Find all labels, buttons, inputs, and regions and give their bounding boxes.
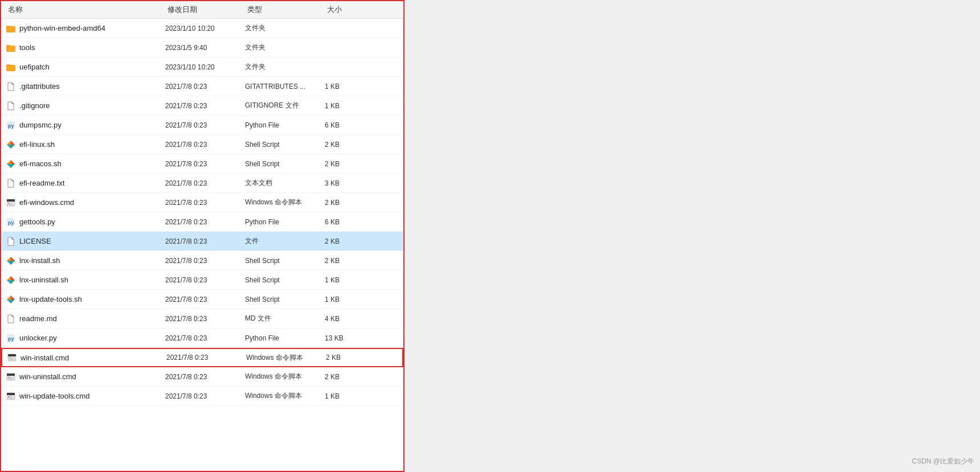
file-row-gitattributes[interactable]: .gitattributes2021/7/8 0:23GITATTRIBUTES… xyxy=(1,77,403,96)
file-type-python-win-embed: 文件夹 xyxy=(245,23,325,33)
file-icon xyxy=(6,314,16,324)
file-size-efi-macos: 2 KB xyxy=(325,160,359,168)
file-label-gettools: gettools.py xyxy=(19,217,55,226)
file-icon xyxy=(6,178,16,188)
file-name-lnx-install: lnx-install.sh xyxy=(6,256,165,266)
file-row-efi-linux[interactable]: efi-linux.sh2021/7/8 0:23Shell Script2 K… xyxy=(1,135,403,154)
file-type-gettools: Python File xyxy=(245,218,325,226)
cmd-icon: >_ xyxy=(7,352,17,363)
file-size-gitattributes: 1 KB xyxy=(325,83,359,91)
cmd-icon: >_ xyxy=(6,198,16,208)
file-label-lnx-install: lnx-install.sh xyxy=(19,256,60,265)
file-date-python-win-embed: 2023/1/10 10:20 xyxy=(165,24,245,32)
file-row-lnx-install[interactable]: lnx-install.sh2021/7/8 0:23Shell Script2… xyxy=(1,251,403,270)
file-type-lnx-update-tools: Shell Script xyxy=(245,295,325,303)
file-name-readme: readme.md xyxy=(6,314,165,324)
cmd-icon: >_ xyxy=(6,391,16,401)
file-date-tools: 2023/1/5 9:40 xyxy=(165,44,245,52)
shell-icon xyxy=(6,275,16,285)
file-date-readme: 2021/7/8 0:23 xyxy=(165,315,245,323)
file-label-efi-macos: efi-macos.sh xyxy=(19,159,62,168)
file-date-lnx-uninstall: 2021/7/8 0:23 xyxy=(165,276,245,284)
csdn-watermark: CSDN @比爱如少年 xyxy=(912,457,974,466)
file-row-tools[interactable]: tools2023/1/5 9:40文件夹 xyxy=(1,38,403,58)
file-row-gettools[interactable]: py gettools.py2021/7/8 0:23Python File6 … xyxy=(1,212,403,232)
file-size-dumpsmc: 6 KB xyxy=(325,121,359,129)
table-header: 名称 修改日期 类型 大小 xyxy=(1,1,403,19)
file-name-efi-linux: efi-linux.sh xyxy=(6,139,165,150)
file-date-uefipatch: 2023/1/10 10:20 xyxy=(165,63,245,71)
file-date-efi-linux: 2021/7/8 0:23 xyxy=(165,141,245,149)
file-row-python-win-embed[interactable]: python-win-embed-amd642023/1/10 10:20文件夹 xyxy=(1,19,403,38)
svg-rect-1 xyxy=(6,26,10,27)
file-size-efi-readme: 3 KB xyxy=(325,179,359,187)
file-name-unlocker: py unlocker.py xyxy=(6,333,165,343)
file-date-unlocker: 2021/7/8 0:23 xyxy=(165,334,245,342)
file-label-uefipatch: uefipatch xyxy=(19,63,50,71)
file-name-win-update-tools: >_ win-update-tools.cmd xyxy=(6,391,165,401)
file-size-lnx-update-tools: 1 KB xyxy=(325,295,359,303)
file-type-uefipatch: 文件夹 xyxy=(245,62,325,72)
file-row-license[interactable]: LICENSE2021/7/8 0:23文件2 KB xyxy=(1,232,403,251)
file-row-win-update-tools[interactable]: >_ win-update-tools.cmd2021/7/8 0:23Wind… xyxy=(1,387,403,406)
file-label-readme: readme.md xyxy=(19,314,57,323)
file-date-efi-readme: 2021/7/8 0:23 xyxy=(165,179,245,187)
file-date-gitattributes: 2021/7/8 0:23 xyxy=(165,83,245,91)
file-name-license: LICENSE xyxy=(6,236,165,247)
file-row-efi-macos[interactable]: efi-macos.sh2021/7/8 0:23Shell Script2 K… xyxy=(1,154,403,174)
file-type-license: 文件 xyxy=(245,236,325,246)
file-label-license: LICENSE xyxy=(19,237,51,245)
file-date-lnx-install: 2021/7/8 0:23 xyxy=(165,257,245,265)
shell-icon xyxy=(6,256,16,266)
file-type-dumpsmc: Python File xyxy=(245,121,325,129)
file-row-readme[interactable]: readme.md2021/7/8 0:23MD 文件4 KB xyxy=(1,309,403,329)
file-row-lnx-uninstall[interactable]: lnx-uninstall.sh2021/7/8 0:23Shell Scrip… xyxy=(1,270,403,290)
col-date-header: 修改日期 xyxy=(165,3,245,16)
file-row-uefipatch[interactable]: uefipatch2023/1/10 10:20文件夹 xyxy=(1,58,403,77)
file-name-gettools: py gettools.py xyxy=(6,217,165,227)
file-type-gitattributes: GITATTRIBUTES ... xyxy=(245,83,325,91)
file-size-license: 2 KB xyxy=(325,237,359,245)
file-name-efi-readme: efi-readme.txt xyxy=(6,178,165,188)
file-row-win-uninstall[interactable]: >_ win-uninstall.cmd2021/7/8 0:23Windows… xyxy=(1,367,403,387)
file-row-gitignore[interactable]: .gitignore2021/7/8 0:23GITIGNORE 文件1 KB xyxy=(1,96,403,116)
file-name-efi-windows: >_ efi-windows.cmd xyxy=(6,198,165,208)
file-row-dumpsmc[interactable]: py dumpsmc.py2021/7/8 0:23Python File6 K… xyxy=(1,116,403,135)
file-type-gitignore: GITIGNORE 文件 xyxy=(245,101,325,110)
file-date-win-update-tools: 2021/7/8 0:23 xyxy=(165,392,245,400)
file-row-efi-windows[interactable]: >_ efi-windows.cmd2021/7/8 0:23Windows 命… xyxy=(1,193,403,212)
file-row-win-install[interactable]: >_ win-install.cmd2021/7/8 0:23Windows 命… xyxy=(1,348,403,367)
col-type-header: 类型 xyxy=(245,3,325,16)
file-type-win-uninstall: Windows 命令脚本 xyxy=(245,372,325,381)
file-date-license: 2021/7/8 0:23 xyxy=(165,237,245,245)
svg-text:>_: >_ xyxy=(8,395,13,399)
file-icon xyxy=(6,236,16,247)
file-icon xyxy=(6,81,16,92)
file-type-lnx-uninstall: Shell Script xyxy=(245,276,325,284)
file-row-efi-readme[interactable]: efi-readme.txt2021/7/8 0:23文本文档3 KB xyxy=(1,174,403,193)
file-size-lnx-uninstall: 1 KB xyxy=(325,276,359,284)
file-type-lnx-install: Shell Script xyxy=(245,257,325,265)
right-panel xyxy=(405,0,980,472)
file-list: python-win-embed-amd642023/1/10 10:20文件夹… xyxy=(1,19,403,406)
file-label-gitattributes: .gitattributes xyxy=(19,82,60,91)
file-name-python-win-embed: python-win-embed-amd64 xyxy=(6,23,165,34)
file-row-lnx-update-tools[interactable]: lnx-update-tools.sh2021/7/8 0:23Shell Sc… xyxy=(1,290,403,309)
file-date-gettools: 2021/7/8 0:23 xyxy=(165,218,245,226)
file-name-uefipatch: uefipatch xyxy=(6,62,165,72)
file-row-unlocker[interactable]: py unlocker.py2021/7/8 0:23Python File13… xyxy=(1,329,403,348)
file-name-gitattributes: .gitattributes xyxy=(6,81,165,92)
python-icon: py xyxy=(6,333,16,343)
file-type-tools: 文件夹 xyxy=(245,43,325,52)
file-date-lnx-update-tools: 2021/7/8 0:23 xyxy=(165,295,245,303)
file-name-tools: tools xyxy=(6,43,165,53)
file-size-unlocker: 13 KB xyxy=(325,334,359,342)
file-label-unlocker: unlocker.py xyxy=(19,334,57,342)
file-label-efi-linux: efi-linux.sh xyxy=(19,140,55,149)
file-type-win-install: Windows 命令脚本 xyxy=(246,353,326,363)
file-size-efi-windows: 2 KB xyxy=(325,199,359,207)
file-date-dumpsmc: 2021/7/8 0:23 xyxy=(165,121,245,129)
file-name-win-uninstall: >_ win-uninstall.cmd xyxy=(6,372,165,382)
file-label-tools: tools xyxy=(19,43,35,52)
file-label-win-update-tools: win-update-tools.cmd xyxy=(19,392,90,400)
